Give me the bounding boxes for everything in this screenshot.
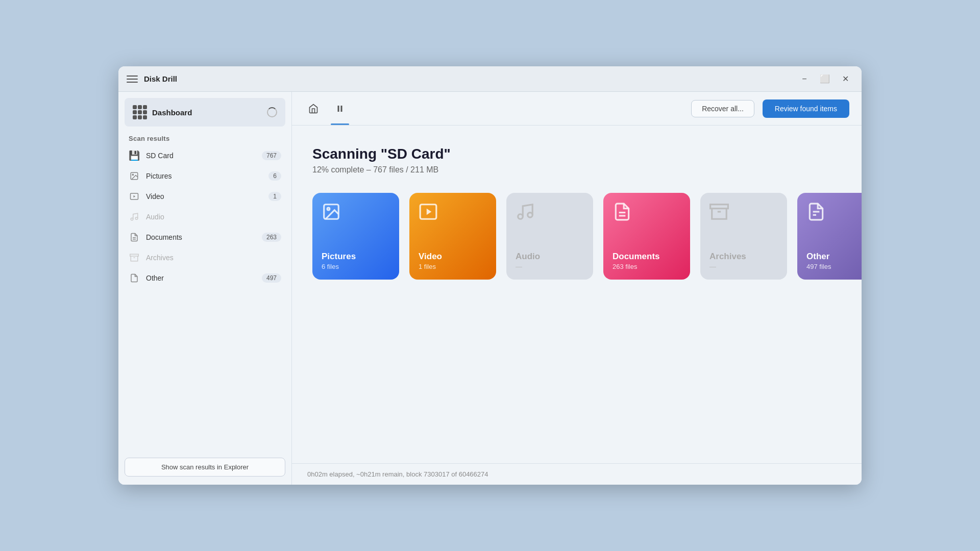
dashboard-label: Dashboard [152, 108, 262, 117]
other-count: 497 [262, 273, 281, 283]
svg-point-1 [132, 174, 133, 175]
sidebar-items-list: 💾 SD Card 767 Pictures 6 [118, 145, 291, 288]
video-label: Video [146, 192, 262, 201]
minimize-button[interactable]: − [796, 71, 813, 87]
svg-point-13 [327, 208, 330, 210]
sidebar-item-dashboard[interactable]: Dashboard [125, 98, 285, 127]
card-pictures[interactable]: Pictures 6 files [312, 193, 399, 280]
statusbar: 0h02m elapsed, ~0h21m remain, block 7303… [292, 463, 862, 485]
card-audio[interactable]: Audio — [506, 193, 593, 280]
statusbar-text: 0h02m elapsed, ~0h21m remain, block 7303… [307, 470, 488, 478]
other-label: Other [146, 274, 256, 282]
pictures-count: 6 [268, 171, 281, 181]
app-window: Disk Drill − ⬜ ✕ Dashboard Scan results [118, 66, 862, 485]
sidebar-item-pictures[interactable]: Pictures 6 [122, 166, 287, 186]
documents-card-icon [612, 202, 632, 226]
hamburger-menu[interactable] [127, 73, 138, 85]
app-title: Disk Drill [144, 74, 177, 83]
video-card-name: Video [419, 252, 487, 262]
svg-marker-15 [427, 209, 432, 215]
card-other[interactable]: Other 497 files [797, 193, 862, 280]
svg-point-4 [131, 218, 133, 220]
sidebar-footer: Show scan results in Explorer [118, 449, 291, 485]
pictures-icon [129, 170, 140, 182]
sidebar-item-video[interactable]: Video 1 [122, 186, 287, 207]
video-card-icon [419, 202, 438, 226]
audio-card-icon [516, 202, 535, 226]
other-card-icon [806, 202, 826, 226]
sd-card-label: SD Card [146, 152, 256, 160]
sidebar-item-other[interactable]: Other 497 [122, 268, 287, 288]
pictures-card-name: Pictures [322, 252, 390, 262]
svg-point-5 [135, 217, 138, 220]
home-button[interactable] [304, 99, 323, 118]
other-card-name: Other [806, 252, 862, 262]
main-layout: Dashboard Scan results 💾 SD Card 767 [118, 92, 862, 485]
documents-count: 263 [262, 233, 281, 242]
svg-point-16 [518, 214, 523, 219]
loading-spinner [267, 107, 277, 117]
audio-card-count: — [516, 263, 584, 270]
svg-rect-11 [341, 106, 342, 112]
maximize-button[interactable]: ⬜ [817, 71, 833, 87]
sd-card-count: 767 [262, 151, 281, 160]
documents-card-name: Documents [612, 252, 681, 262]
archives-icon [129, 252, 140, 263]
close-button[interactable]: ✕ [837, 71, 853, 87]
documents-card-count: 263 files [612, 263, 681, 270]
scan-results-label: Scan results [118, 131, 291, 145]
content-area: Recover all... Review found items Scanni… [292, 92, 862, 485]
audio-icon [129, 211, 140, 222]
review-found-items-button[interactable]: Review found items [763, 99, 849, 118]
sidebar-item-audio[interactable]: Audio [122, 207, 287, 227]
sidebar-item-sd-card[interactable]: 💾 SD Card 767 [122, 145, 287, 166]
dashboard-icon [133, 105, 147, 119]
video-card-count: 1 files [419, 263, 487, 270]
page-subtitle: 12% complete – 767 files / 211 MB [312, 165, 841, 174]
svg-marker-3 [134, 195, 136, 198]
audio-card-name: Audio [516, 252, 584, 262]
card-video[interactable]: Video 1 files [409, 193, 496, 280]
category-cards-grid: Pictures 6 files Video 1 files [312, 193, 841, 280]
pictures-card-count: 6 files [322, 263, 390, 270]
documents-label: Documents [146, 233, 256, 241]
archives-card-name: Archives [709, 252, 778, 262]
svg-rect-20 [710, 205, 728, 209]
pause-button[interactable] [331, 99, 349, 118]
page-title: Scanning "SD Card" [312, 146, 841, 162]
svg-point-17 [528, 213, 533, 218]
show-in-explorer-button[interactable]: Show scan results in Explorer [125, 458, 285, 477]
recover-all-button[interactable]: Recover all... [691, 100, 754, 117]
sidebar-item-archives[interactable]: Archives [122, 247, 287, 268]
page-content: Scanning "SD Card" 12% complete – 767 fi… [292, 126, 862, 463]
video-count: 1 [268, 192, 281, 201]
audio-label: Audio [146, 213, 281, 221]
documents-icon [129, 232, 140, 243]
other-icon [129, 272, 140, 284]
card-documents[interactable]: Documents 263 files [603, 193, 690, 280]
archives-card-count: — [709, 263, 778, 270]
video-icon [129, 191, 140, 202]
window-controls: − ⬜ ✕ [796, 71, 853, 87]
sidebar-item-documents[interactable]: Documents 263 [122, 227, 287, 247]
pictures-card-icon [322, 202, 341, 226]
sd-card-icon: 💾 [129, 150, 140, 161]
titlebar: Disk Drill − ⬜ ✕ [118, 66, 862, 92]
toolbar: Recover all... Review found items [292, 92, 862, 126]
svg-rect-10 [338, 106, 339, 112]
card-archives[interactable]: Archives — [700, 193, 787, 280]
archives-card-icon [709, 202, 729, 226]
sidebar: Dashboard Scan results 💾 SD Card 767 [118, 92, 292, 485]
pictures-label: Pictures [146, 172, 262, 180]
archives-label: Archives [146, 254, 281, 262]
svg-rect-8 [130, 254, 139, 256]
other-card-count: 497 files [806, 263, 862, 270]
